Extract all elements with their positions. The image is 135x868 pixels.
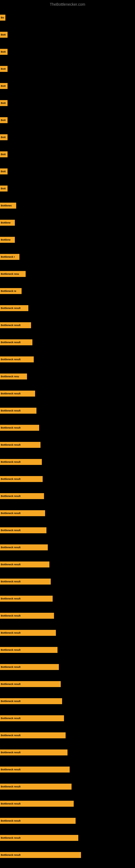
bar-label-1: Bott (1, 33, 6, 36)
bar-row: Bottleneck result (0, 338, 135, 346)
bar-label-5: Bott (1, 102, 6, 104)
bar-label-13: Bottlene (1, 239, 10, 241)
bar-row: Bottleneck result (0, 748, 135, 756)
bar-32: Bottleneck result (0, 561, 49, 567)
bar-45: Bottleneck result (0, 784, 72, 789)
bar-23: Bottleneck result (0, 408, 37, 414)
bar-row: Bottleneck result (0, 543, 135, 552)
bar-row: Bott (0, 133, 135, 141)
bar-30: Bottleneck result (0, 527, 46, 533)
bar-label-16: Bottleneck re (1, 290, 16, 292)
bar-label-37: Bottleneck result (1, 649, 20, 651)
bar-42: Bottleneck result (0, 733, 65, 738)
bar-row: Bott (0, 184, 135, 193)
bar-row: Bottleneck result (0, 663, 135, 671)
bar-label-48: Bottleneck result (1, 837, 20, 839)
bar-label-49: Bottleneck result (1, 854, 20, 856)
bar-row: Bottleneck result (0, 782, 135, 791)
bar-row: Bottleneck re (0, 287, 135, 295)
bar-44: Bottleneck result (0, 767, 70, 773)
bar-18: Bottleneck result (0, 322, 31, 328)
bar-5: Bott (0, 100, 8, 106)
bar-label-28: Bottleneck result (1, 495, 20, 497)
bar-label-20: Bottleneck result (1, 358, 20, 361)
bar-13: Bottlene (0, 237, 15, 243)
bar-3: Bott (0, 66, 8, 72)
bar-40: Bottleneck result (0, 698, 62, 704)
bar-label-47: Bottleneck result (1, 819, 20, 822)
bar-33: Bottleneck result (0, 579, 51, 585)
bar-row: Bottleneck result (0, 509, 135, 517)
bar-41: Bottleneck result (0, 715, 64, 721)
bar-10: Bott (0, 186, 8, 191)
bar-49: Bottleneck result (0, 852, 81, 858)
bar-39: Bottleneck result (0, 681, 61, 687)
bar-row: Bottleneck result (0, 629, 135, 637)
bar-row: Bottleneck result (0, 731, 135, 739)
bar-label-24: Bottleneck result (1, 426, 20, 429)
bar-46: Bottleneck result (0, 801, 74, 807)
bar-label-40: Bottleneck result (1, 700, 20, 703)
bar-26: Bottleneck result (0, 459, 42, 465)
bar-19: Bottleneck result (0, 339, 32, 345)
bar-48: Bottleneck result (0, 835, 78, 841)
bar-label-22: Bottleneck result (1, 392, 20, 395)
bar-1: Bott (0, 32, 8, 38)
bar-27: Bottleneck result (0, 476, 43, 482)
bar-row: Bottleneck result (0, 646, 135, 654)
bar-label-4: Bott (1, 85, 6, 87)
bar-label-11: Bottlenec (1, 204, 12, 207)
bar-label-6: Bott (1, 119, 6, 122)
bar-row: Bottleneck result (0, 424, 135, 432)
bar-8: Bott (0, 151, 8, 157)
bar-28: Bottleneck result (0, 493, 44, 499)
bar-0: Bo (0, 14, 5, 21)
bar-label-8: Bott (1, 153, 6, 156)
bar-label-44: Bottleneck result (1, 768, 20, 771)
bar-label-43: Bottleneck result (1, 751, 20, 754)
bar-11: Bottlenec (0, 203, 16, 209)
bar-row: Bottleneck resu (0, 270, 135, 278)
bar-label-9: Bott (1, 170, 6, 173)
bar-row: Bo (0, 13, 135, 22)
bar-row: Bott (0, 99, 135, 107)
bar-14: Bottleneck r (0, 254, 19, 260)
bar-15: Bottleneck resu (0, 271, 26, 277)
bar-36: Bottleneck result (0, 630, 56, 636)
bar-row: Bottleneck result (0, 321, 135, 329)
bar-row: Bottleneck resu (0, 372, 135, 380)
bar-label-31: Bottleneck result (1, 546, 20, 549)
bar-label-0: Bo (1, 16, 4, 19)
bar-47: Bottleneck result (0, 818, 76, 824)
bar-label-30: Bottleneck result (1, 529, 20, 532)
bar-29: Bottleneck result (0, 510, 45, 516)
bar-row: Bottleneck result (0, 697, 135, 705)
bar-label-45: Bottleneck result (1, 785, 20, 788)
bar-label-41: Bottleneck result (1, 717, 20, 720)
bar-2: Bott (0, 49, 8, 55)
bar-row: Bottleneck result (0, 390, 135, 398)
bar-label-7: Bott (1, 136, 6, 138)
bar-row: Bottleneck result (0, 817, 135, 825)
bar-6: Bott (0, 117, 8, 123)
bar-12: Bottlene (0, 220, 15, 226)
bar-label-17: Bottleneck result (1, 307, 20, 310)
bar-label-14: Bottleneck r (1, 255, 15, 258)
bar-row: Bott (0, 150, 135, 158)
bar-row: Bott (0, 82, 135, 90)
bar-label-3: Bott (1, 67, 6, 70)
bar-label-21: Bottleneck resu (1, 375, 19, 378)
bar-row: Bottleneck result (0, 355, 135, 364)
bar-row: Bottleneck result (0, 851, 135, 859)
bar-row: Bottleneck result (0, 492, 135, 500)
bar-row: Bott (0, 65, 135, 73)
bar-row: Bottleneck result (0, 766, 135, 774)
bar-row: Bottleneck result (0, 680, 135, 688)
bar-row: Bottleneck result (0, 612, 135, 620)
bar-label-42: Bottleneck result (1, 734, 20, 737)
bar-row: Bott (0, 167, 135, 176)
bar-4: Bott (0, 83, 8, 89)
bar-label-36: Bottleneck result (1, 631, 20, 634)
bar-row: Bottleneck result (0, 475, 135, 483)
bar-row: Bottleneck result (0, 458, 135, 466)
